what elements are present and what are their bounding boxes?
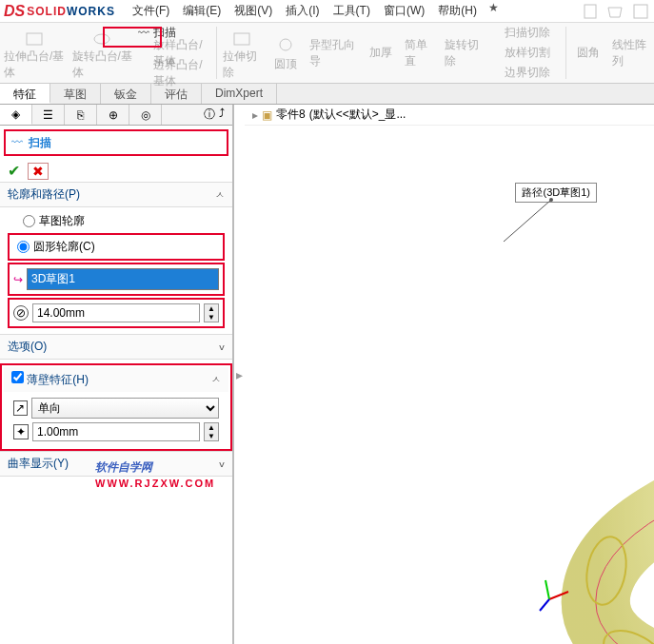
boundary-cut-button[interactable]: 边界切除 bbox=[487, 63, 564, 83]
part-state: (默认<<默认>_显... bbox=[309, 107, 406, 123]
section-profile-path[interactable]: 轮廓和路径(P)ㅅ bbox=[0, 182, 232, 207]
radio-circular-profile[interactable]: 圆形轮廓(C) bbox=[11, 237, 221, 257]
direction-icon: ↗ bbox=[13, 400, 28, 416]
svg-point-7 bbox=[549, 198, 553, 202]
svg-rect-0 bbox=[585, 5, 596, 18]
svg-line-17 bbox=[545, 580, 549, 599]
accept-button[interactable]: ✔ bbox=[8, 162, 20, 180]
menu-edit[interactable]: 编辑(E) bbox=[177, 1, 227, 21]
part-name[interactable]: 零件8 bbox=[276, 107, 306, 123]
feature-title: 扫描 bbox=[29, 135, 51, 151]
highlight-sweep bbox=[103, 27, 162, 48]
thickness-input[interactable] bbox=[32, 422, 200, 441]
star-icon[interactable]: ★ bbox=[488, 1, 499, 21]
quick-access-toolbar bbox=[582, 2, 650, 21]
path-selection-field[interactable]: 3D草图1 bbox=[27, 268, 219, 290]
svg-line-18 bbox=[540, 599, 549, 611]
path-icon: ↪ bbox=[13, 273, 23, 286]
watermark: 软件自学网 WWW.RJZXW.COM bbox=[95, 447, 215, 489]
cancel-button[interactable]: ✖ bbox=[28, 163, 49, 180]
command-tabs: 特征 草图 钣金 评估 DimXpert bbox=[0, 84, 654, 105]
breadcrumb: ▸ ▣ 零件8 (默认<<默认>_显... bbox=[245, 105, 654, 126]
pattern-button[interactable]: 线性阵列 bbox=[608, 23, 654, 83]
section-thin-feature[interactable]: 薄壁特征(H) ㅅ bbox=[4, 367, 228, 392]
menu-file[interactable]: 文件(F) bbox=[127, 1, 175, 21]
direction-select[interactable]: 单向 bbox=[31, 398, 219, 419]
menu-view[interactable]: 视图(V) bbox=[228, 1, 278, 21]
diameter-input[interactable] bbox=[32, 303, 200, 322]
panel-tab-display[interactable]: ⎘ bbox=[65, 105, 97, 125]
diameter-icon: ⊘ bbox=[13, 305, 29, 321]
diameter-spinner[interactable]: ▲▼ bbox=[204, 303, 219, 322]
pin-icon[interactable]: ⤴ bbox=[219, 107, 225, 123]
property-manager: ◈ ☰ ⎘ ⊕ ◎ 〰 扫描 ⓘ ⤴ ✔ ✖ 轮廓和路径(P)ㅅ 草图轮廓 bbox=[0, 105, 234, 644]
revolve-cut-button[interactable]: 旋转切除 bbox=[441, 23, 486, 83]
svg-line-6 bbox=[504, 200, 551, 242]
menubar: 文件(F) 编辑(E) 视图(V) 插入(I) 工具(T) 窗口(W) 帮助(H… bbox=[127, 1, 499, 21]
fillet-button[interactable]: 圆角 bbox=[568, 23, 608, 83]
ribbon: 拉伸凸台/基体 旋转凸台/基体 〰扫描 放样凸台/基体 边界凸台/基体 拉伸切除… bbox=[0, 23, 654, 84]
thickness-icon: ✦ bbox=[13, 424, 29, 439]
svg-rect-4 bbox=[234, 33, 249, 45]
svg-rect-2 bbox=[27, 33, 42, 45]
menu-window[interactable]: 窗口(W) bbox=[378, 1, 430, 21]
menu-help[interactable]: 帮助(H) bbox=[432, 1, 483, 21]
panel-tab-feature[interactable]: ◈ bbox=[0, 105, 32, 125]
panel-tab-target[interactable]: ⊕ bbox=[97, 105, 129, 125]
tab-sheetmetal[interactable]: 钣金 bbox=[101, 84, 151, 104]
svg-rect-1 bbox=[634, 5, 647, 18]
app-logo: DS SOLIDWORKS bbox=[4, 3, 115, 20]
panel-tab-config[interactable]: ☰ bbox=[32, 105, 65, 125]
help-icon[interactable]: ⓘ bbox=[204, 107, 215, 123]
tab-sketch[interactable]: 草图 bbox=[50, 84, 101, 104]
menu-tools[interactable]: 工具(T) bbox=[327, 1, 376, 21]
shaped-hole-button[interactable]: 异型孔向导 bbox=[306, 23, 362, 83]
panel-tab-other[interactable]: ◎ bbox=[129, 105, 162, 125]
extrude-cut-button[interactable]: 拉伸切除 bbox=[219, 23, 265, 83]
thicken-button[interactable]: 加厚 bbox=[361, 23, 401, 83]
extrude-boss-button[interactable]: 拉伸凸台/基体 bbox=[0, 23, 69, 83]
graphics-area[interactable]: ▸ ▣ 零件8 (默认<<默认>_显... 路径(3D草图1) ⬥ bbox=[245, 105, 654, 644]
feature-header: 〰 扫描 ⓘ ⤴ bbox=[4, 129, 228, 156]
part-icon: ▣ bbox=[262, 108, 272, 122]
svg-point-5 bbox=[280, 39, 291, 50]
menu-insert[interactable]: 插入(I) bbox=[280, 1, 325, 21]
thickness-spinner[interactable]: ▲▼ bbox=[204, 422, 219, 441]
new-icon[interactable] bbox=[582, 2, 601, 21]
model-preview: ⬥ bbox=[492, 257, 654, 644]
save-icon[interactable] bbox=[631, 2, 650, 21]
section-options[interactable]: 选项(O)ⅴ bbox=[0, 334, 232, 360]
sweep-icon: 〰 bbox=[11, 136, 23, 149]
open-icon[interactable] bbox=[606, 2, 625, 21]
breadcrumb-back[interactable]: ▸ bbox=[252, 108, 258, 122]
tab-dimxpert[interactable]: DimXpert bbox=[202, 84, 277, 104]
tab-features[interactable]: 特征 bbox=[0, 84, 50, 104]
simple-button[interactable]: 简单直 bbox=[401, 23, 441, 83]
loft-cut-button[interactable]: 放样切割 bbox=[487, 43, 564, 63]
thin-feature-checkbox[interactable] bbox=[11, 371, 24, 383]
boundary-button[interactable]: 边界凸台/基体 bbox=[136, 63, 214, 83]
panel-collapse-handle[interactable]: ▸ bbox=[236, 367, 243, 382]
sweep-cut-button[interactable]: 扫描切除 bbox=[487, 23, 564, 43]
radio-sketch-profile[interactable]: 草图轮廓 bbox=[8, 211, 225, 231]
hole-wizard-button[interactable]: 圆顶 bbox=[266, 23, 306, 83]
